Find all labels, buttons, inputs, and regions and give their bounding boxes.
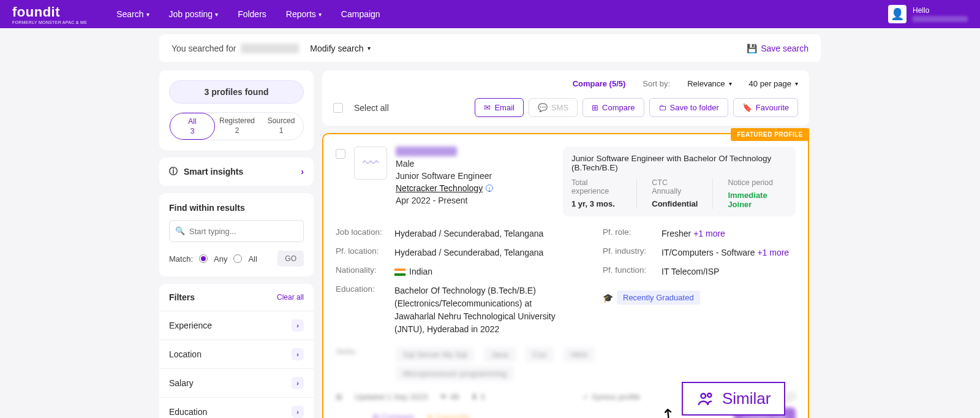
chevron-right-icon: › (292, 348, 304, 360)
featured-badge: FEATURED PROFILE (731, 128, 809, 141)
bulb-icon: ⓘ (169, 166, 178, 177)
profile-checkbox[interactable] (336, 149, 345, 159)
results-toolbar: Compare (5/5) Sort by: Relevance▾ 40 per… (322, 70, 809, 126)
user-menu[interactable]: 👤 Hello (888, 5, 968, 23)
filter-experience[interactable]: Experience› (159, 311, 314, 340)
nav-reports[interactable]: Reports▾ (286, 9, 322, 19)
nav-folders[interactable]: Folders (238, 9, 266, 19)
chat-icon: 💬 (538, 103, 548, 112)
svg-point-2 (701, 393, 706, 398)
profiles-found-pill: 3 profiles found (169, 80, 304, 104)
profile-gender: Male (396, 159, 493, 169)
chevron-right-icon: › (292, 406, 304, 418)
nav-job-posting[interactable]: Job posting▾ (169, 9, 219, 19)
search-icon: 🔍 (175, 226, 185, 235)
save-icon: 💾 (747, 44, 757, 53)
sort-dropdown[interactable]: Relevance▾ (687, 79, 731, 88)
profile-name-blurred (396, 146, 457, 156)
search-chip-blurred (241, 44, 299, 53)
profile-photo: 〰 (354, 146, 387, 180)
chevron-down-icon: ▾ (318, 11, 322, 18)
chevron-down-icon: ▾ (146, 11, 149, 18)
smart-insights[interactable]: ⓘSmart insights › (159, 158, 314, 186)
profile-card: FEATURED PROFILE 〰 Male Junior Software … (322, 133, 809, 418)
skills-row-blurred: Skills: Sql Server My SqlJavaCssHtml (336, 347, 796, 362)
chevron-right-icon: › (292, 319, 304, 332)
chevron-down-icon: ▾ (215, 11, 218, 18)
avatar: 👤 (888, 5, 907, 23)
users-icon (696, 390, 715, 408)
radio-any[interactable] (199, 254, 208, 263)
tab-registered[interactable]: Registered2 (215, 113, 259, 140)
go-button[interactable]: GO (277, 251, 304, 267)
email-button[interactable]: ✉Email (475, 98, 524, 117)
compare-button[interactable]: ⊞Compare (582, 98, 644, 117)
compare-counter[interactable]: Compare (5/5) (573, 79, 626, 88)
skills-row-blurred: Microprocessor programming (336, 366, 796, 381)
logo-text: foundit (12, 4, 87, 20)
user-hello: Hello (913, 6, 968, 15)
profile-tabs: All3 Registered2 Sourced1 (169, 112, 304, 140)
chevron-right-icon: › (301, 167, 304, 177)
filter-location[interactable]: Location› (159, 340, 314, 369)
profile-dates: Apr 2022 - Present (396, 196, 493, 205)
find-input[interactable] (169, 220, 304, 242)
match-label: Match: (169, 254, 193, 264)
sort-label: Sort by: (643, 79, 670, 88)
filters-card: Filters Clear all Experience› Location› … (159, 284, 314, 418)
save-to-folder-button[interactable]: 🗀Save to folder (649, 98, 728, 117)
profile-title: Junior Software Engineer (396, 171, 493, 181)
per-page-dropdown[interactable]: 40 per page▾ (749, 79, 798, 88)
find-title: Find within results (169, 203, 304, 213)
find-within-results: Find within results 🔍 Match: Any All GO (159, 193, 314, 276)
nav-search[interactable]: Search▾ (116, 9, 149, 19)
compare-icon: ⊞ (592, 103, 598, 112)
logo[interactable]: foundit FORMERLY MONSTER APAC & ME (12, 4, 87, 25)
radio-all[interactable] (233, 254, 242, 263)
user-name-blurred (913, 16, 968, 22)
filter-salary[interactable]: Salary› (159, 369, 314, 398)
favourite-button[interactable]: 🔖Favourite (733, 98, 798, 117)
recently-graduated-badge: Recently Graduated (617, 291, 700, 305)
select-all-label: Select all (354, 103, 389, 113)
profiles-card: 3 profiles found All3 Registered2 Source… (159, 70, 314, 150)
nav: Search▾ Job posting▾ Folders Reports▾ Ca… (116, 9, 380, 19)
flag-india-icon (394, 268, 405, 276)
chevron-down-icon: ▾ (729, 80, 732, 87)
logo-sub: FORMERLY MONSTER APAC & ME (12, 20, 87, 25)
filters-title: Filters (169, 292, 195, 302)
clear-all[interactable]: Clear all (277, 293, 304, 302)
search-summary-bar: You searched for Modify search▾ 💾 Save s… (159, 34, 821, 62)
svg-point-3 (707, 393, 711, 397)
info-icon: i (486, 184, 493, 192)
sms-button: 💬SMS (529, 98, 578, 117)
chevron-right-icon: › (292, 377, 304, 389)
mail-icon: ✉ (484, 103, 491, 112)
nav-campaign[interactable]: Campaign (341, 9, 380, 19)
folder-icon: 🗀 (658, 103, 666, 112)
header: foundit FORMERLY MONSTER APAC & ME Searc… (0, 0, 980, 28)
graduation-icon: 🎓 (603, 293, 613, 303)
more-link[interactable]: +1 more (693, 229, 725, 238)
filter-education[interactable]: Education› (159, 398, 314, 418)
similar-callout: ↗ Similar (682, 382, 785, 416)
select-all-checkbox[interactable] (333, 103, 343, 113)
chevron-down-icon: ▾ (368, 45, 371, 51)
profile-summary-box: Junior Software Engineer with Bachelor O… (563, 146, 796, 216)
bookmark-icon: 🔖 (742, 103, 752, 112)
chevron-down-icon: ▾ (795, 80, 798, 87)
more-link[interactable]: +1 more (757, 248, 789, 257)
modify-search[interactable]: Modify search▾ (310, 44, 370, 53)
tab-all[interactable]: All3 (170, 113, 215, 140)
you-searched-for: You searched for (172, 44, 236, 53)
profile-company[interactable]: Netcracker Technologyi (396, 183, 493, 193)
summary-title: Junior Software Engineer with Bachelor O… (571, 154, 787, 172)
tab-sourced[interactable]: Sourced1 (259, 113, 303, 140)
save-search[interactable]: 💾 Save search (747, 44, 809, 53)
